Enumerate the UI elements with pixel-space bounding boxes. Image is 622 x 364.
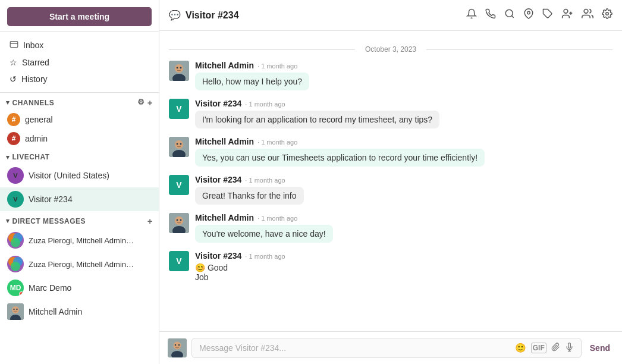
msg-m6-avatar: V	[169, 251, 189, 271]
dm-chevron: ▾	[6, 217, 10, 225]
msg-m1-content: Mitchell Admin · 1 month ago Hello, how …	[195, 61, 612, 90]
svg-point-34	[177, 219, 178, 221]
svg-point-16	[564, 10, 568, 14]
svg-point-14	[527, 11, 530, 14]
msg-m1-time: · 1 month ago	[257, 62, 297, 70]
chat-input-area: Message Visitor #234... 🙂 GIF Send	[159, 331, 622, 364]
msg-m4-avatar: V	[169, 175, 189, 195]
channels-chevron: ▾	[6, 99, 10, 106]
msg-m4-author: Visitor #234	[195, 175, 241, 184]
svg-point-40	[178, 344, 180, 346]
msg-m3-author: Mitchell Admin	[195, 137, 254, 146]
sidebar-item-inbox[interactable]: Inbox	[0, 36, 159, 54]
message-m2: V Visitor #234 · 1 month ago I'm looking…	[169, 99, 612, 128]
team-icon[interactable]	[582, 8, 593, 23]
mic-icon[interactable]	[565, 343, 574, 353]
star-icon: ☆	[10, 58, 17, 67]
history-label: History	[21, 74, 48, 84]
msg-m5-bubble: You're welcome, have a nice day!	[195, 225, 333, 243]
chat-messages: October 3, 2023 Mitchell Admin · 1 month…	[159, 31, 622, 331]
msg-m5-avatar	[169, 213, 189, 233]
chat-title: Visitor #234	[186, 10, 239, 21]
send-button[interactable]: Send	[586, 341, 614, 355]
attachment-icon[interactable]	[551, 343, 560, 353]
sidebar-item-starred[interactable]: ☆ Starred	[0, 54, 159, 71]
svg-point-30	[180, 143, 182, 145]
msg-m6-meta: Visitor #234 · 1 month ago	[195, 251, 612, 261]
msg-m4-meta: Visitor #234 · 1 month ago	[195, 175, 612, 184]
svg-point-37	[174, 342, 181, 350]
livechat-visitor-234[interactable]: V Visitor #234	[0, 187, 159, 211]
svg-point-29	[177, 143, 178, 145]
tag-icon[interactable]	[542, 8, 553, 22]
dm-label: DIRECT MESSAGES	[12, 217, 86, 225]
mitchell-avatar	[7, 303, 24, 320]
livechat-collapse[interactable]: ▾ LIVECHAT	[6, 153, 50, 161]
msg-m2-author: Visitor #234	[195, 99, 241, 108]
chat-bubble-icon: 💬	[169, 10, 181, 21]
dm-item-2[interactable]: Zuza Pierogi, Mitchell Admin, a...	[0, 252, 159, 276]
sidebar-item-history[interactable]: ↺ History	[0, 71, 159, 87]
pin-icon[interactable]	[523, 8, 534, 22]
livechat-label: LIVECHAT	[12, 153, 50, 161]
dm-item-marc[interactable]: MD Marc Demo	[0, 276, 159, 300]
dm-collapse[interactable]: ▾ DIRECT MESSAGES	[6, 217, 86, 225]
msg-m3-meta: Mitchell Admin · 1 month ago	[195, 137, 612, 146]
dm-item-1[interactable]: Zuza Pierogi, Mitchell Admin, a...	[0, 228, 159, 252]
emoji-icon[interactable]: 🙂	[515, 343, 526, 353]
dm-section: ▾ DIRECT MESSAGES + Zuza Pierogi, Mitche…	[0, 211, 159, 324]
svg-rect-0	[10, 42, 18, 48]
visitor-234-avatar: V	[7, 191, 24, 208]
chat-header-icons	[466, 8, 612, 23]
livechat-chevron: ▾	[6, 153, 10, 161]
msg-m2-avatar: V	[169, 99, 189, 119]
channels-label: CHANNELS	[12, 99, 55, 107]
msg-m6-text: 😊 Good Job	[195, 263, 612, 282]
dm1-label: Zuza Pierogi, Mitchell Admin, a...	[29, 236, 136, 245]
dm-add-icon[interactable]: +	[147, 216, 153, 226]
msg-m1-avatar	[169, 61, 189, 81]
dm-item-mitchell[interactable]: Mitchell Admin	[0, 300, 159, 324]
svg-point-11	[16, 309, 17, 310]
channels-settings-icon[interactable]: ⚙	[137, 98, 145, 108]
svg-point-6	[11, 262, 20, 271]
msg-m3-bubble: Yes, you can use our Timesheets applicat…	[195, 149, 485, 167]
msg-m5-content: Mitchell Admin · 1 month ago You're welc…	[195, 213, 612, 243]
message-placeholder: Message Visitor #234...	[199, 343, 286, 353]
msg-m1-bubble: Hello, how may I help you?	[195, 73, 309, 90]
channel-general[interactable]: # general	[0, 110, 159, 129]
chat-header: 💬 Visitor #234	[159, 0, 622, 31]
input-icons: 🙂 GIF	[515, 343, 574, 353]
msg-m3-content: Mitchell Admin · 1 month ago Yes, you ca…	[195, 137, 612, 167]
channels-collapse[interactable]: ▾ CHANNELS	[6, 99, 54, 107]
channel-admin[interactable]: # admin	[0, 129, 159, 148]
visitor-234-label: Visitor #234	[29, 194, 73, 204]
msg-m6-author: Visitor #234	[195, 251, 241, 261]
message-m5: Mitchell Admin · 1 month ago You're welc…	[169, 213, 612, 243]
channels-section: ▾ CHANNELS ⚙ + # general # admin	[0, 93, 159, 148]
channels-add-icon[interactable]: +	[147, 98, 153, 108]
gif-icon[interactable]: GIF	[531, 343, 546, 353]
msg-m4-content: Visitor #234 · 1 month ago Great! Thanks…	[195, 175, 612, 205]
dm2-label: Zuza Pierogi, Mitchell Admin, a...	[29, 260, 136, 269]
chat-header-left: 💬 Visitor #234	[169, 10, 239, 21]
svg-point-24	[177, 67, 178, 69]
svg-point-35	[180, 219, 182, 221]
message-input-box[interactable]: Message Visitor #234... 🙂 GIF	[191, 338, 582, 358]
svg-point-8	[12, 306, 19, 313]
dm2-avatar	[7, 256, 24, 272]
bell-icon[interactable]	[466, 8, 477, 22]
svg-point-20	[606, 12, 609, 15]
msg-m2-meta: Visitor #234 · 1 month ago	[195, 99, 612, 108]
main-chat: 💬 Visitor #234	[159, 0, 622, 364]
sidebar-top: Start a meeting	[0, 0, 159, 32]
history-icon: ↺	[10, 74, 17, 84]
livechat-visitor-us[interactable]: V Visitor (United States)	[0, 164, 159, 187]
start-meeting-button[interactable]: Start a meeting	[7, 7, 152, 26]
search-icon[interactable]	[504, 8, 515, 22]
dm1-avatar	[7, 232, 24, 249]
msg-m3-time: · 1 month ago	[257, 139, 297, 146]
add-member-icon[interactable]	[561, 8, 573, 23]
phone-icon[interactable]	[485, 8, 496, 22]
settings-icon[interactable]	[602, 8, 612, 22]
